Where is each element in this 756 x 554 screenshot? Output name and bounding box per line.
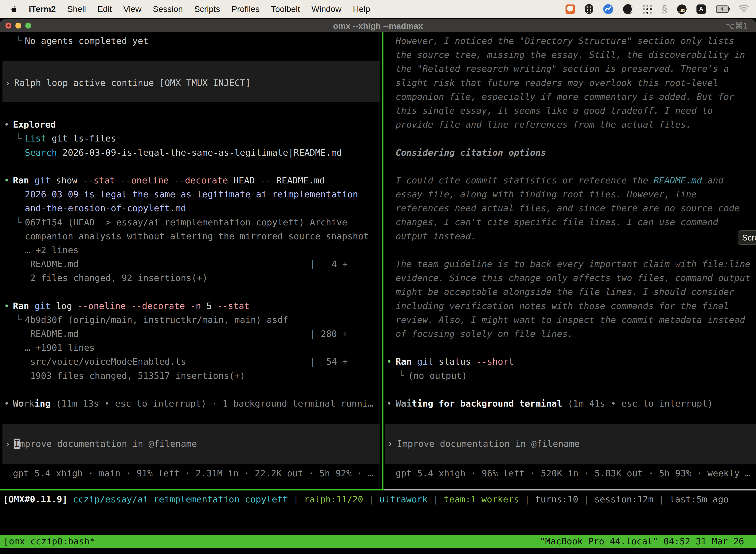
git-log-output-ellipsis: … +1901 lines bbox=[25, 341, 95, 355]
explored-title: Explored bbox=[13, 118, 56, 131]
tmux-vertical-divider[interactable] bbox=[382, 32, 383, 489]
menu-item-shell[interactable]: Shell bbox=[67, 4, 86, 14]
menu-item-view[interactable]: View bbox=[123, 4, 141, 14]
ran-git-status-command: Ran git status --short bbox=[396, 355, 514, 369]
apple-logo-glyph bbox=[10, 5, 18, 13]
thinking-paragraph-line: I could cite commit statistics or refere… bbox=[396, 173, 723, 187]
ran-git-show-command: Ran git show --stat --oneline --decorate… bbox=[13, 173, 325, 187]
waiting-bullet: • bbox=[386, 397, 392, 410]
no-agents-text: No agents completed yet bbox=[25, 34, 148, 48]
explored-search-line: Search 2026-03-09-is-legal-the-same-as-l… bbox=[25, 146, 342, 160]
explored-bullet: • bbox=[4, 118, 9, 131]
prompt-caret: › bbox=[5, 76, 10, 90]
battery-icon[interactable] bbox=[716, 5, 729, 13]
prompt-caret: › bbox=[5, 437, 10, 451]
wifi-icon[interactable] bbox=[739, 4, 749, 14]
macos-menu-bar: iTerm2 Shell Edit View Session Scripts P… bbox=[0, 0, 756, 18]
terminal-content: └ No agents completed yet › Ralph loop a… bbox=[0, 32, 756, 554]
menu-item-help[interactable]: Help bbox=[353, 4, 370, 14]
git-show-arg-line1: 2026-03-09-is-legal-the-same-as-legitima… bbox=[25, 187, 363, 201]
tree-corner: └ bbox=[16, 131, 21, 146]
shield-grid-icon[interactable] bbox=[585, 4, 593, 14]
omx-session-status-line: [OMX#0.11.9] cczip/essay/ai-reimplementa… bbox=[3, 492, 729, 506]
git-show-output-ellipsis: … +2 lines bbox=[25, 243, 79, 257]
tmux-session-window-label[interactable]: [omx-cczip0:bash* bbox=[3, 535, 95, 548]
pie-circle-icon[interactable] bbox=[623, 4, 633, 14]
working-bullet: • bbox=[4, 397, 9, 410]
screen: iTerm2 Shell Edit View Session Scripts P… bbox=[0, 0, 756, 554]
prompt-caret: › bbox=[387, 437, 393, 451]
tmux-status-bar: [omx-cczip0:bash* "MacBook-Pro-44.local"… bbox=[0, 535, 756, 548]
tree-corner: └ bbox=[16, 34, 21, 48]
chat-app-icon[interactable] bbox=[566, 4, 575, 14]
explored-list-line: List git ls-files bbox=[25, 131, 116, 146]
waiting-status-line: Waiting for background terminal (1m 41s … bbox=[396, 397, 713, 410]
left-prompt-input[interactable]: Improve documentation in @filename bbox=[14, 437, 197, 451]
menu-item-window[interactable]: Window bbox=[312, 4, 341, 14]
tmux-host-and-clock: "MacBook-Pro-44.local" 04:52 31-Mar-26 bbox=[540, 535, 744, 548]
input-source-icon[interactable]: A bbox=[696, 4, 706, 14]
git-log-stat-count: | 54 + bbox=[310, 355, 348, 369]
working-status-line: Working (11m 13s • esc to interrupt) · 1… bbox=[13, 397, 373, 410]
menu-item-scripts[interactable]: Scripts bbox=[194, 4, 220, 14]
tree-corner: └ bbox=[398, 369, 404, 383]
text-cursor: I bbox=[14, 439, 19, 449]
thinking-paragraph: essay file, along with finding root file… bbox=[396, 187, 740, 243]
git-show-summary: 2 files changed, 92 insertions(+) bbox=[25, 271, 208, 285]
thinking-paragraph: However, I noticed the "Directory Struct… bbox=[396, 34, 745, 131]
window-title: omx --xhigh --madmax bbox=[0, 19, 756, 32]
ran-bullet: • bbox=[4, 173, 9, 187]
squiggle-icon[interactable]: § bbox=[662, 4, 667, 14]
git-show-arg-line2: and-the-erosion-of-copyleft.md bbox=[25, 201, 186, 215]
thinking-heading: Considering citation options bbox=[396, 146, 546, 160]
right-model-status-line: gpt-5.4 xhigh · 96% left · 520K in · 5.8… bbox=[396, 466, 750, 480]
tmux-horizontal-border-active bbox=[0, 489, 384, 491]
right-prompt-input[interactable]: Improve documentation in @filename bbox=[397, 437, 580, 451]
tmux-pane-left[interactable]: └ No agents completed yet › Ralph loop a… bbox=[0, 32, 382, 489]
inject-prompt-text: Ralph loop active continue [OMX_TMUX_INJ… bbox=[14, 76, 251, 90]
menu-item-profiles[interactable]: Profiles bbox=[232, 4, 259, 14]
git-log-summary: 1903 files changed, 513517 insertions(+) bbox=[25, 369, 245, 383]
git-log-output-line: 4b9d30f (origin/main, instructkr/main, m… bbox=[25, 313, 288, 327]
git-show-stat-count: | 4 + bbox=[310, 257, 348, 271]
window-title-bar: omx --xhigh --madmax ⌥⌘1 bbox=[0, 19, 756, 32]
tree-corner: └ bbox=[16, 313, 21, 327]
menu-item-toolbelt[interactable]: Toolbelt bbox=[271, 4, 300, 14]
menu-item-session[interactable]: Session bbox=[153, 4, 183, 14]
menu-status-icons: § ..61 A bbox=[566, 4, 749, 14]
stats-circle-icon[interactable] bbox=[603, 4, 613, 14]
menu-items: iTerm2 Shell Edit View Session Scripts P… bbox=[29, 4, 370, 14]
menu-item-iterm2[interactable]: iTerm2 bbox=[29, 4, 56, 14]
thinking-paragraph: The team guideline is to back every impo… bbox=[396, 257, 750, 341]
git-log-stat-file: src/voice/voiceModeEnabled.ts bbox=[25, 355, 186, 369]
git-show-output-line: companion analysis without altering the … bbox=[25, 229, 369, 243]
dots-grid-icon[interactable] bbox=[643, 5, 652, 14]
left-model-status-line: gpt-5.4 xhigh · main · 91% left · 2.31M … bbox=[13, 466, 373, 480]
ran-git-log-command: Ran git log --oneline --decorate -n 5 --… bbox=[13, 299, 250, 313]
git-log-stat-file: README.md bbox=[25, 327, 79, 341]
git-log-stat-count: | 280 + bbox=[310, 327, 348, 341]
window-shortcut-badge: ⌥⌘1 bbox=[726, 19, 748, 32]
tmux-horizontal-border-inactive bbox=[384, 489, 756, 491]
tmux-pane-right[interactable]: However, I noticed the "Directory Struct… bbox=[383, 32, 756, 489]
tree-corner: └ bbox=[16, 215, 21, 229]
badge-61-icon[interactable]: ..61 bbox=[677, 4, 687, 14]
apple-menu-icon[interactable] bbox=[10, 5, 18, 13]
menu-item-edit[interactable]: Edit bbox=[98, 4, 112, 14]
git-show-stat-file: README.md bbox=[25, 257, 79, 271]
screen-overlay-button[interactable]: Scre bbox=[738, 230, 756, 245]
ran-bullet: • bbox=[4, 299, 9, 313]
no-output-text: (no output) bbox=[408, 369, 467, 383]
ran-bullet: • bbox=[386, 355, 392, 369]
git-show-output-line: 067f154 (HEAD -> essay/ai-reimplementati… bbox=[25, 215, 347, 229]
